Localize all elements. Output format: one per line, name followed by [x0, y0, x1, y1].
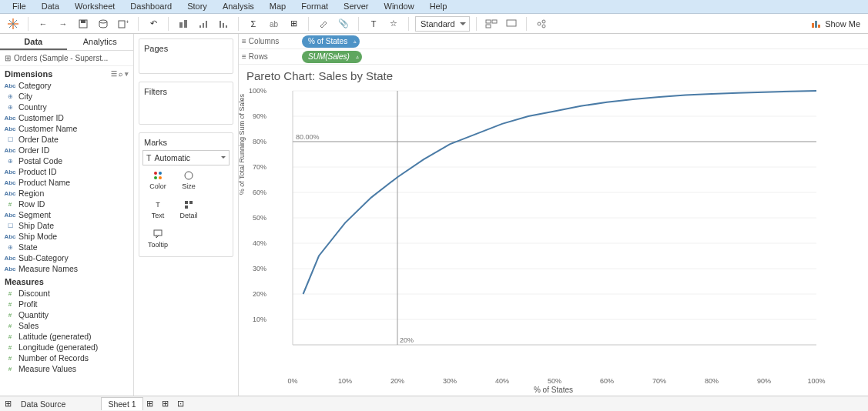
chart-canvas[interactable]: % of Total Running Sum of Sales 80.00%20… — [239, 87, 868, 396]
dimension-field[interactable]: AbcMeasure Names — [0, 263, 133, 274]
svg-rect-36 — [154, 230, 162, 236]
dimension-field[interactable]: ☐Order Date — [0, 134, 133, 145]
sheet1-tab[interactable]: Sheet 1 — [101, 397, 142, 410]
clip-icon[interactable]: 📎 — [335, 16, 352, 32]
labels-icon[interactable]: ab — [265, 16, 282, 32]
datasource-tab-icon[interactable]: ⊞ — [5, 399, 12, 409]
measure-field[interactable]: #Quantity — [0, 309, 133, 320]
chart-title[interactable]: Pareto Chart: Sales by State — [239, 65, 868, 87]
data-source-item[interactable]: ⊞ Orders (Sample - Superst... — [0, 51, 133, 66]
highlight-icon[interactable] — [315, 16, 332, 32]
share-icon[interactable] — [533, 16, 550, 32]
dimension-field[interactable]: ⊕Country — [0, 102, 133, 112]
tab-analytics[interactable]: Analytics — [67, 34, 134, 50]
rows-shelf[interactable]: ≡Rows SUM(Sales) — [239, 49, 868, 65]
dimension-field[interactable]: ⊕State — [0, 242, 133, 252]
rows-pill[interactable]: SUM(Sales) — [302, 51, 362, 63]
mark-text-button[interactable]: TText — [142, 195, 173, 224]
group-icon[interactable]: ⊞ — [285, 16, 302, 32]
measure-field[interactable]: #Latitude (generated) — [0, 331, 133, 342]
menu-data[interactable]: Data — [34, 0, 67, 13]
rows-label: Rows — [249, 52, 268, 61]
data-source-tab[interactable]: Data Source — [15, 398, 72, 410]
undo-icon[interactable]: ↶ — [145, 16, 162, 32]
new-sheet-icon[interactable]: + — [115, 16, 132, 32]
dimension-field[interactable]: AbcRegion — [0, 188, 133, 199]
x-tick: 100% — [807, 377, 825, 385]
dimension-field[interactable]: AbcCategory — [0, 80, 133, 91]
menu-file[interactable]: File — [5, 0, 34, 13]
dimension-field[interactable]: AbcCustomer Name — [0, 123, 133, 134]
menu-help[interactable]: Help — [422, 0, 455, 13]
svg-rect-27 — [818, 25, 820, 28]
tab-data[interactable]: Data — [0, 34, 67, 50]
measure-field[interactable]: #Discount — [0, 288, 133, 299]
dimension-field[interactable]: AbcSub-Category — [0, 252, 133, 263]
dimension-field[interactable]: AbcProduct ID — [0, 166, 133, 177]
dimension-field[interactable]: AbcSegment — [0, 209, 133, 220]
x-tick: 50% — [548, 377, 561, 385]
dimension-field[interactable]: AbcCustomer ID — [0, 112, 133, 123]
back-icon[interactable]: ← — [35, 16, 52, 32]
menu-worksheet[interactable]: Worksheet — [67, 0, 122, 13]
dimension-field[interactable]: ⊕City — [0, 91, 133, 102]
dimension-field[interactable]: #Row ID — [0, 199, 133, 209]
new-story-icon[interactable]: ⊡ — [177, 399, 189, 409]
columns-label: Columns — [249, 37, 279, 45]
mark-detail-button[interactable]: Detail — [173, 195, 204, 224]
menu-story[interactable]: Story — [179, 0, 215, 13]
svg-rect-34 — [189, 201, 193, 204]
measure-field[interactable]: #Measure Values — [0, 363, 133, 374]
dimension-field[interactable]: ⊕Postal Code — [0, 155, 133, 166]
menu-dashboard[interactable]: Dashboard — [122, 0, 179, 13]
dimension-field[interactable]: AbcOrder ID — [0, 145, 133, 155]
forecast-icon[interactable]: ☆ — [385, 16, 402, 32]
data-pane: Data Analytics ⊞ Orders (Sample - Supers… — [0, 34, 134, 396]
x-tick: 0% — [287, 377, 297, 385]
svg-rect-26 — [815, 21, 817, 28]
save-icon[interactable] — [75, 16, 92, 32]
dimension-field[interactable]: ☐Ship Date — [0, 220, 133, 231]
measure-field[interactable]: #Sales — [0, 320, 133, 331]
new-worksheet-icon[interactable]: ⊞ — [146, 399, 159, 409]
mark-size-button[interactable]: Size — [173, 165, 204, 195]
new-datasource-icon[interactable] — [95, 16, 112, 32]
mark-type-dropdown[interactable]: T Automatic — [142, 150, 230, 165]
show-me-button[interactable]: Show Me — [811, 19, 860, 28]
detail-icon — [183, 199, 194, 210]
mark-tooltip-button[interactable]: Tooltip — [142, 224, 173, 253]
svg-point-30 — [154, 176, 157, 179]
cards-icon[interactable] — [483, 16, 500, 32]
mark-color-button[interactable]: Color — [142, 165, 173, 195]
sort-desc-icon[interactable] — [215, 16, 232, 32]
forward-icon[interactable]: → — [55, 16, 72, 32]
svg-rect-33 — [185, 201, 188, 204]
columns-shelf[interactable]: ≡Columns % of States — [239, 34, 868, 49]
svg-point-24 — [542, 25, 545, 28]
measure-field[interactable]: #Longitude (generated) — [0, 342, 133, 353]
dimensions-list: AbcCategory⊕City⊕CountryAbcCustomer IDAb… — [0, 80, 133, 274]
menu-server[interactable]: Server — [336, 0, 376, 13]
fit-dropdown[interactable]: Standard — [415, 16, 470, 32]
tableau-logo-icon[interactable] — [5, 16, 22, 32]
x-tick: 40% — [495, 377, 509, 385]
columns-pill[interactable]: % of States — [302, 35, 360, 48]
dimension-field[interactable]: AbcShip Mode — [0, 231, 133, 242]
menu-map[interactable]: Map — [262, 0, 293, 13]
presentation-icon[interactable] — [503, 16, 520, 32]
measure-field[interactable]: #Number of Records — [0, 353, 133, 363]
cards-column: Pages Filters Marks T Automatic Color Si… — [134, 34, 239, 396]
svg-point-32 — [185, 172, 193, 179]
swap-icon[interactable] — [175, 16, 192, 32]
measure-field[interactable]: #Profit — [0, 299, 133, 309]
format-icon[interactable]: T — [365, 16, 382, 32]
sort-asc-icon[interactable] — [195, 16, 212, 32]
menu-analysis[interactable]: Analysis — [215, 0, 262, 13]
new-dashboard-icon[interactable]: ⊞ — [162, 399, 174, 409]
totals-icon[interactable]: Σ — [245, 16, 262, 32]
dimension-field[interactable]: AbcProduct Name — [0, 177, 133, 188]
dim-options-icon[interactable]: ☰ ⌕ ▾ — [111, 70, 129, 78]
svg-rect-5 — [81, 20, 85, 23]
menu-window[interactable]: Window — [377, 0, 422, 13]
menu-format[interactable]: Format — [293, 0, 336, 13]
